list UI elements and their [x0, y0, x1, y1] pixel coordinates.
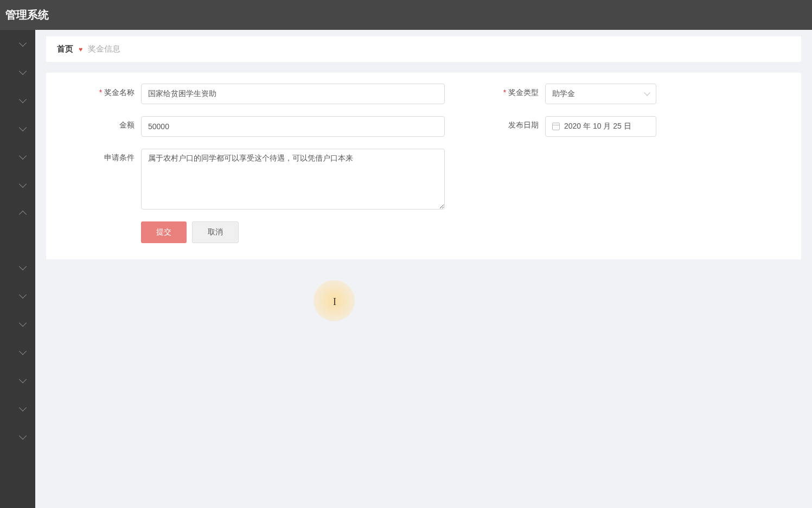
name-label: 奖金名称	[57, 84, 141, 98]
sidebar-item-3[interactable]	[0, 115, 35, 143]
chevron-down-icon	[19, 152, 27, 160]
sidebar-item-11[interactable]	[0, 366, 35, 395]
name-input[interactable]	[141, 84, 445, 104]
sidebar-item-1[interactable]	[0, 58, 35, 86]
condition-label: 申请条件	[57, 149, 141, 163]
chevron-down-icon	[19, 67, 27, 75]
sidebar	[0, 30, 35, 508]
chevron-down-icon	[19, 291, 27, 299]
chevron-down-icon	[644, 90, 650, 96]
sidebar-item-0[interactable]	[0, 30, 35, 58]
text-cursor-icon: I	[333, 296, 336, 308]
chevron-down-icon	[19, 124, 27, 131]
main-content: 首页 ♥ 奖金信息 奖金名称 奖金类型 助学金	[35, 30, 812, 508]
breadcrumb-home[interactable]: 首页	[57, 44, 73, 54]
sidebar-item-10[interactable]	[0, 338, 35, 366]
amount-input[interactable]	[141, 116, 445, 137]
chevron-down-icon	[19, 432, 27, 440]
app-title: 管理系统	[5, 8, 49, 22]
chevron-down-icon	[19, 39, 27, 47]
type-select-value: 助学金	[552, 89, 575, 99]
breadcrumb-current: 奖金信息	[88, 44, 120, 54]
sidebar-item-9[interactable]	[0, 310, 35, 338]
sidebar-item-6[interactable]	[0, 199, 35, 227]
chevron-down-icon	[19, 180, 27, 188]
chevron-down-icon	[19, 263, 27, 270]
sidebar-item-7[interactable]	[0, 253, 35, 282]
sidebar-item-12[interactable]	[0, 395, 35, 423]
sidebar-spacer	[0, 227, 35, 253]
cancel-button[interactable]: 取消	[192, 221, 239, 243]
breadcrumb: 首页 ♥ 奖金信息	[46, 36, 801, 62]
date-picker[interactable]: 2020 年 10 月 25 日	[545, 116, 656, 137]
sidebar-item-5[interactable]	[0, 171, 35, 199]
cursor-highlight	[314, 280, 355, 321]
sidebar-item-4[interactable]	[0, 143, 35, 171]
chevron-down-icon	[19, 347, 27, 355]
chevron-down-icon	[19, 96, 27, 103]
type-label: 奖金类型	[502, 84, 545, 98]
submit-button[interactable]: 提交	[141, 221, 187, 243]
app-header: 管理系统	[0, 0, 812, 30]
chevron-down-icon	[19, 376, 27, 383]
chevron-up-icon	[19, 211, 27, 218]
condition-textarea[interactable]	[141, 149, 445, 209]
chevron-down-icon	[19, 404, 27, 411]
sidebar-item-13[interactable]	[0, 423, 35, 451]
date-value: 2020 年 10 月 25 日	[564, 122, 631, 131]
chevron-down-icon	[19, 319, 27, 327]
sidebar-item-2[interactable]	[0, 86, 35, 115]
form-card: 奖金名称 奖金类型 助学金 金额 发布日期	[46, 73, 801, 259]
calendar-icon	[552, 123, 560, 130]
amount-label: 金额	[57, 116, 141, 130]
type-select[interactable]: 助学金	[545, 84, 656, 104]
heart-icon: ♥	[79, 46, 82, 53]
sidebar-item-8[interactable]	[0, 282, 35, 310]
date-label: 发布日期	[502, 116, 545, 130]
